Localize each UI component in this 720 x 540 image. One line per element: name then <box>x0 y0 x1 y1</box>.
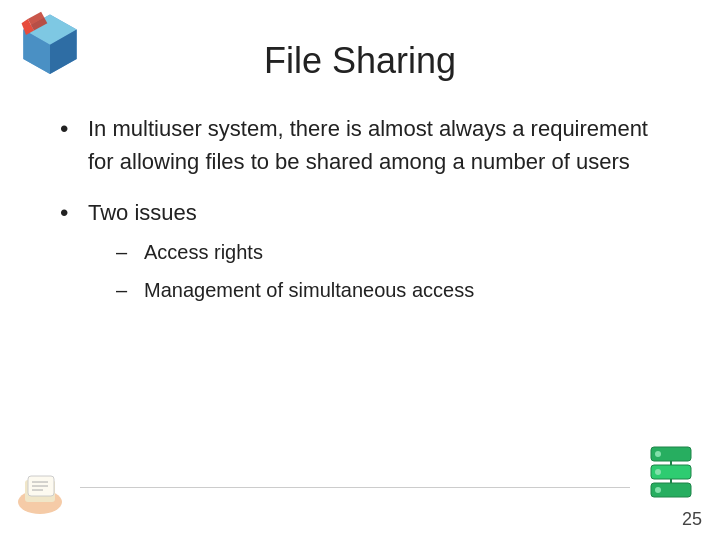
sub-bullet-dash-1: – <box>116 237 144 267</box>
svg-point-17 <box>655 469 661 475</box>
slide-title: File Sharing <box>60 40 660 82</box>
sub-bullets: – Access rights – Management of simultan… <box>116 237 660 305</box>
sub-bullet-item-1: – Access rights <box>116 237 660 267</box>
sub-bullet-dash-2: – <box>116 275 144 305</box>
page-number: 25 <box>682 509 702 530</box>
svg-point-14 <box>655 451 661 457</box>
sub-bullet-text-2: Management of simultaneous access <box>144 275 474 305</box>
bullet-dot-1: • <box>60 112 88 146</box>
bullet-text-1: In multiuser system, there is almost alw… <box>88 112 660 178</box>
sub-bullet-text-1: Access rights <box>144 237 263 267</box>
slide: File Sharing • In multiuser system, ther… <box>0 0 720 540</box>
deco-top-left-icon <box>10 10 90 90</box>
bullet-item-2: • Two issues – Access rights – Managemen… <box>60 196 660 313</box>
bottom-line <box>80 487 630 488</box>
svg-point-20 <box>655 487 661 493</box>
slide-content: • In multiuser system, there is almost a… <box>60 112 660 313</box>
deco-bottom-left-icon <box>10 462 90 512</box>
bullet-dot-2: • <box>60 196 88 230</box>
sub-bullet-item-2: – Management of simultaneous access <box>116 275 660 305</box>
bullet-text-2: Two issues <box>88 200 197 225</box>
bullet-item-1: • In multiuser system, there is almost a… <box>60 112 660 178</box>
deco-bottom-right-icon <box>636 442 706 512</box>
